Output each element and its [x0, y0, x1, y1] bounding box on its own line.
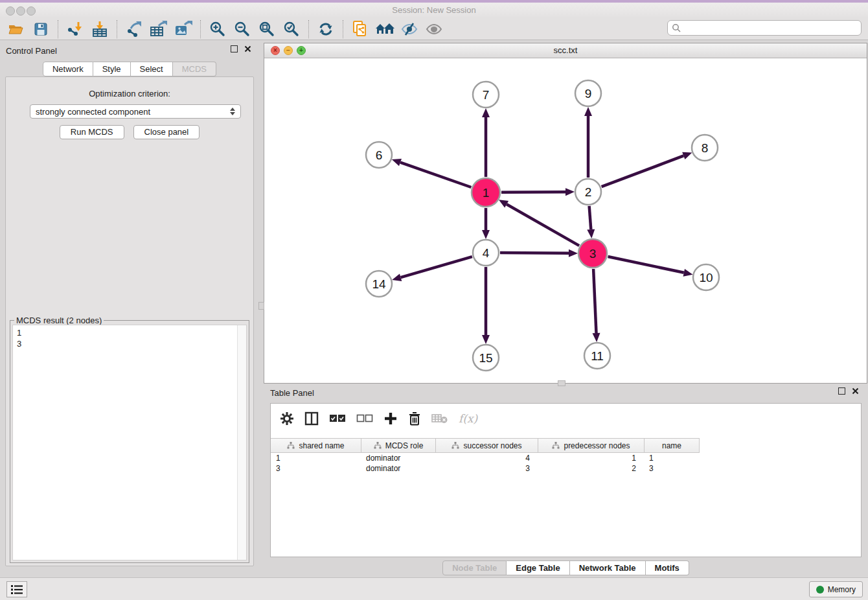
tab-mcds[interactable]: MCDS	[173, 62, 216, 76]
table-row[interactable]: 3dominator323	[271, 463, 861, 474]
select-all-columns-icon[interactable]	[329, 413, 346, 424]
mcds-result-group: MCDS result (2 nodes) 13	[10, 320, 249, 563]
hierarchy-icon	[451, 442, 459, 449]
refresh-icon[interactable]	[314, 19, 338, 39]
column-header-mcds-role[interactable]: MCDS role	[361, 439, 435, 452]
zoom-in-icon[interactable]	[205, 19, 230, 39]
tab-edge-table[interactable]: Edge Table	[507, 560, 569, 575]
toolbar-separator	[308, 20, 309, 38]
main-toolbar	[0, 18, 868, 40]
cell[interactable]: 4	[435, 453, 538, 463]
cell[interactable]: dominator	[361, 453, 435, 463]
zoom-fit-icon[interactable]	[255, 19, 279, 39]
node-label-8: 8	[702, 141, 709, 155]
show-eye-icon[interactable]	[422, 19, 446, 39]
export-table-icon[interactable]	[146, 19, 171, 39]
cell[interactable]: 1	[271, 453, 361, 463]
edge-4-to-3[interactable]	[500, 253, 569, 253]
table-panel: Table Panel f(x) shared nameMCDS rolesuc…	[264, 387, 868, 575]
export-image-icon[interactable]	[171, 19, 196, 39]
cell[interactable]: 3	[271, 463, 361, 474]
network-window-titlebar[interactable]: × − + scc.txt	[264, 43, 867, 58]
tab-motifs[interactable]: Motifs	[646, 560, 689, 575]
result-scrollbar[interactable]	[237, 325, 246, 560]
edge-1-to-6[interactable]	[400, 163, 471, 187]
node-label-4: 4	[483, 246, 490, 260]
app-titlebar: Session: New Session	[0, 3, 868, 18]
import-network-icon[interactable]	[63, 19, 87, 39]
cell[interactable]: 2	[538, 463, 644, 474]
copy-network-icon[interactable]	[348, 19, 372, 39]
cell[interactable]: dominator	[361, 463, 435, 474]
column-header-successor-nodes[interactable]: successor nodes	[435, 439, 538, 452]
zoom-selected-icon[interactable]	[279, 19, 304, 39]
tab-network-table[interactable]: Network Table	[570, 560, 646, 575]
save-icon[interactable]	[29, 19, 53, 39]
table-toolbar: f(x)	[280, 409, 477, 428]
table-row[interactable]: 1dominator411	[271, 453, 861, 463]
node-label-3: 3	[589, 247, 597, 260]
float-panel-icon[interactable]	[231, 45, 238, 52]
tab-node-table[interactable]: Node Table	[442, 560, 507, 575]
tab-network[interactable]: Network	[43, 62, 93, 76]
toolbar-separator	[58, 20, 58, 38]
table-tabs: Node TableEdge TableNetwork TableMotifs	[264, 560, 868, 575]
node-label-1: 1	[483, 186, 490, 200]
open-file-icon[interactable]	[4, 19, 29, 39]
close-panel-icon[interactable]	[244, 45, 251, 52]
node-label-15: 15	[479, 351, 492, 365]
cell[interactable]: 1	[538, 453, 644, 463]
criterion-value: strongly connected component	[36, 107, 150, 117]
edge-3-to-11[interactable]	[593, 269, 596, 333]
delete-column-trash-icon[interactable]	[408, 411, 421, 426]
search-field[interactable]	[667, 20, 862, 36]
memory-status-dot-icon	[816, 586, 824, 594]
hierarchy-icon	[287, 442, 295, 449]
float-panel-icon[interactable]	[838, 387, 845, 395]
control-panel: Control Panel NetworkStyleSelectMCDS Opt…	[0, 40, 259, 570]
zoom-out-icon[interactable]	[230, 19, 255, 39]
edge-2-to-3[interactable]	[589, 206, 591, 229]
node-label-11: 11	[591, 349, 604, 363]
memory-button[interactable]: Memory	[809, 581, 863, 597]
close-panel-icon[interactable]	[852, 387, 859, 395]
hide-eye-icon[interactable]	[397, 19, 422, 39]
import-table-icon[interactable]	[87, 19, 112, 39]
mcds-result-legend: MCDS result (2 nodes)	[14, 316, 104, 325]
export-network-icon[interactable]	[122, 19, 146, 39]
cell[interactable]: 3	[644, 463, 699, 474]
graph-svg[interactable]: 7968124314101511	[264, 58, 867, 383]
close-panel-button[interactable]: Close panel	[133, 125, 200, 139]
criterion-dropdown[interactable]: strongly connected component	[30, 104, 241, 119]
table-settings-gear-icon[interactable]	[280, 411, 294, 426]
task-history-button[interactable]	[6, 581, 27, 597]
show-columns-icon[interactable]	[304, 411, 319, 426]
tab-select[interactable]: Select	[131, 62, 173, 76]
mcds-result-area[interactable]: 13	[12, 325, 247, 560]
tab-style[interactable]: Style	[93, 62, 131, 76]
create-column-plus-icon[interactable]	[383, 411, 398, 426]
node-table-container: f(x) shared nameMCDS rolesuccessor nodes…	[270, 403, 862, 557]
toolbar-separator	[117, 20, 117, 38]
mcds-panel: Optimization criterion: strongly connect…	[5, 76, 254, 566]
cell[interactable]: 1	[644, 453, 699, 463]
search-input[interactable]	[683, 21, 861, 34]
control-panel-title: Control Panel	[6, 46, 57, 56]
unselect-all-columns-icon[interactable]	[356, 413, 373, 424]
edge-4-to-14[interactable]	[401, 257, 472, 277]
edge-3-to-10[interactable]	[608, 257, 684, 273]
node-label-2: 2	[585, 185, 592, 199]
column-header-shared-name[interactable]: shared name	[271, 439, 361, 452]
cell[interactable]: 3	[435, 463, 538, 474]
result-line: 1	[17, 327, 237, 338]
column-header-name[interactable]: name	[644, 439, 699, 452]
edge-2-to-8[interactable]	[602, 156, 684, 187]
edge-3-to-1[interactable]	[507, 204, 579, 246]
home-icon[interactable]	[372, 19, 397, 39]
run-mcds-button[interactable]: Run MCDS	[60, 125, 124, 139]
splitter-handle[interactable]	[558, 380, 565, 386]
splitter-handle[interactable]	[258, 302, 264, 310]
edge-1-to-2[interactable]	[501, 192, 565, 192]
column-header-predecessor-nodes[interactable]: predecessor nodes	[538, 439, 644, 452]
delete-table-icon-disabled	[431, 413, 448, 424]
